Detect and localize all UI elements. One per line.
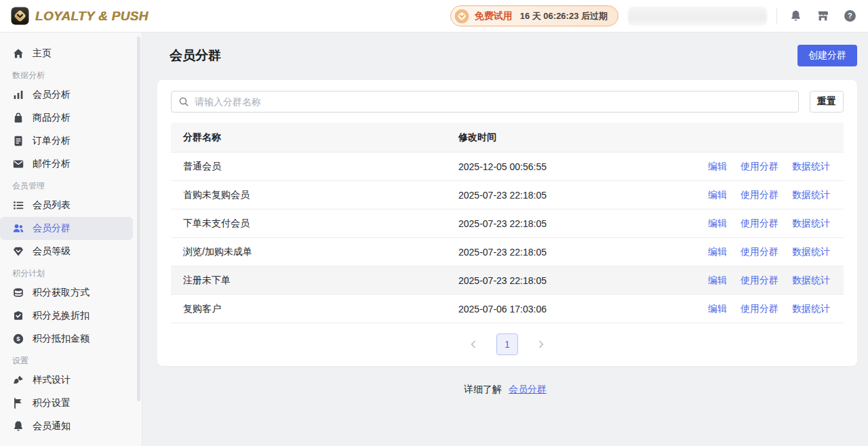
modified-time: 2025-07-23 22:18:05 — [458, 218, 708, 229]
sidebar-item-label: 积分兑换折扣 — [33, 310, 90, 322]
sidebar-item-points-earning[interactable]: 积分获取方式 — [0, 281, 133, 304]
sidebar-scrollbar[interactable] — [137, 37, 140, 401]
use-segment-link[interactable]: 使用分群 — [741, 218, 778, 230]
chevron-left-icon — [468, 339, 479, 350]
edit-link[interactable]: 编辑 — [708, 161, 727, 173]
bell-icon — [789, 9, 802, 22]
trial-gem-icon — [454, 9, 469, 24]
page-title: 会员分群 — [170, 45, 221, 66]
table-row[interactable]: 复购客户 2025-07-06 17:03:06 编辑 使用分群 数据统计 — [171, 295, 844, 323]
sidebar-item-points-settings[interactable]: 积分设置 — [0, 392, 133, 415]
trial-countdown: 16 天 06:26:23 后过期 — [520, 10, 608, 22]
segments-card: 重置 分群名称 修改时间 普通会员 2025-12-05 00:56:55 编辑… — [157, 80, 857, 366]
edit-link[interactable]: 编辑 — [708, 246, 727, 258]
edit-link[interactable]: 编辑 — [708, 189, 727, 201]
prev-page-button[interactable] — [467, 338, 480, 351]
sidebar-item-label: 积分抵扣金额 — [33, 333, 90, 345]
table-row[interactable]: 普通会员 2025-12-05 00:56:55 编辑 使用分群 数据统计 — [171, 153, 844, 181]
use-segment-link[interactable]: 使用分群 — [741, 161, 778, 173]
sidebar-item-label: 商品分析 — [33, 112, 71, 124]
help-button[interactable]: ? — [841, 7, 859, 25]
chevron-right-icon — [536, 339, 547, 350]
search-icon — [178, 96, 189, 107]
brand-logo: LOYALTY & PUSH — [11, 7, 149, 25]
segments-table: 分群名称 修改时间 普通会员 2025-12-05 00:56:55 编辑 使用… — [171, 123, 844, 323]
store-icon — [816, 9, 829, 22]
edit-link[interactable]: 编辑 — [708, 218, 727, 230]
learn-more-footer: 详细了解会员分群 — [142, 384, 868, 396]
edit-link[interactable]: 编辑 — [708, 303, 727, 315]
sidebar-item-label: 积分获取方式 — [33, 287, 90, 299]
trial-badge[interactable]: 免费试用 16 天 06:26:23 后过期 — [450, 5, 618, 26]
document-icon — [12, 135, 24, 147]
sidebar-item-member-segments[interactable]: 会员分群 — [0, 217, 133, 240]
sidebar-item-email-analysis[interactable]: 邮件分析 — [0, 153, 133, 176]
data-stats-link[interactable]: 数据统计 — [792, 246, 830, 258]
learn-more-text: 详细了解 — [464, 384, 502, 394]
segment-name: 注册未下单 — [183, 275, 458, 287]
brush-icon — [12, 374, 24, 386]
svg-text:$: $ — [16, 335, 20, 342]
segment-search-input[interactable] — [195, 96, 791, 107]
create-segment-button[interactable]: 创建分群 — [797, 45, 857, 66]
table-row[interactable]: 注册未下单 2025-07-23 22:18:05 编辑 使用分群 数据统计 — [171, 266, 844, 295]
topbar-divider — [776, 8, 777, 24]
sidebar-item-style-design[interactable]: 样式设计 — [0, 369, 133, 392]
list-icon — [12, 199, 24, 211]
use-segment-link[interactable]: 使用分群 — [741, 303, 778, 315]
notifications-button[interactable] — [787, 7, 804, 25]
sidebar-item-member-notifications[interactable]: 会员通知 — [0, 415, 133, 438]
use-segment-link[interactable]: 使用分群 — [741, 275, 778, 287]
sidebar-item-member-list[interactable]: 会员列表 — [0, 194, 133, 217]
reset-button[interactable]: 重置 — [810, 91, 844, 113]
sidebar-item-home[interactable]: 主页 — [0, 42, 133, 65]
table-header: 分群名称 修改时间 — [171, 123, 844, 153]
main-content: 会员分群 创建分群 重置 分群名称 修改时间 — [142, 33, 868, 446]
sidebar-section-label: 会员管理 — [0, 181, 142, 190]
svg-text:?: ? — [848, 12, 852, 20]
sidebar-item-label: 订单分析 — [33, 135, 71, 147]
topbar: LOYALTY & PUSH 免费试用 16 天 06:26:23 后过期 — [0, 0, 868, 33]
segment-name: 普通会员 — [183, 161, 458, 173]
sidebar-item-points-deduct-amount[interactable]: $ 积分抵扣金额 — [0, 327, 133, 350]
modified-time: 2025-07-23 22:18:05 — [458, 190, 708, 201]
sidebar-item-product-analysis[interactable]: 商品分析 — [0, 106, 133, 129]
home-icon — [12, 47, 24, 60]
sidebar-item-member-tiers[interactable]: 会员等级 — [0, 240, 133, 263]
data-stats-link[interactable]: 数据统计 — [792, 303, 830, 315]
sidebar-section-label: 设置 — [0, 356, 142, 365]
edit-link[interactable]: 编辑 — [708, 275, 727, 287]
sidebar-item-order-analysis[interactable]: 订单分析 — [0, 129, 133, 153]
modified-time: 2025-07-23 22:18:05 — [458, 247, 708, 258]
dollar-coin-icon: $ — [12, 333, 24, 345]
sidebar-item-label: 会员分群 — [33, 222, 71, 235]
sidebar-item-label: 邮件分析 — [33, 158, 71, 170]
sidebar-item-member-analysis[interactable]: 会员分析 — [0, 83, 133, 106]
mail-icon — [12, 158, 24, 170]
sidebar-item-label: 积分设置 — [33, 397, 71, 409]
data-stats-link[interactable]: 数据统计 — [792, 161, 830, 173]
table-row[interactable]: 下单未支付会员 2025-07-23 22:18:05 编辑 使用分群 数据统计 — [171, 209, 844, 238]
sidebar-section-label: 积分计划 — [0, 268, 142, 278]
sidebar-item-points-redeem-discount[interactable]: 积分兑换折扣 — [0, 304, 133, 327]
store-name-redacted — [628, 7, 767, 26]
brand-name: LOYALTY & PUSH — [35, 9, 149, 24]
next-page-button[interactable] — [534, 338, 548, 351]
use-segment-link[interactable]: 使用分群 — [741, 189, 778, 201]
data-stats-link[interactable]: 数据统计 — [792, 189, 830, 201]
data-stats-link[interactable]: 数据统计 — [792, 275, 830, 287]
help-icon: ? — [844, 9, 856, 22]
coins-stack-icon — [12, 287, 24, 299]
store-button[interactable] — [814, 7, 831, 25]
data-stats-link[interactable]: 数据统计 — [792, 218, 830, 230]
segment-search-box — [171, 91, 799, 113]
learn-more-link[interactable]: 会员分群 — [509, 384, 547, 394]
trial-label: 免费试用 — [475, 10, 513, 22]
sidebar-item-label: 会员通知 — [33, 420, 71, 432]
logo-gem-icon — [11, 7, 29, 25]
table-row[interactable]: 浏览/加购未成单 2025-07-23 22:18:05 编辑 使用分群 数据统… — [171, 238, 844, 266]
column-header-time: 修改时间 — [458, 131, 708, 144]
use-segment-link[interactable]: 使用分群 — [741, 246, 778, 258]
table-row[interactable]: 首购未复购会员 2025-07-23 22:18:05 编辑 使用分群 数据统计 — [171, 181, 844, 209]
page-number-button[interactable]: 1 — [496, 333, 518, 355]
